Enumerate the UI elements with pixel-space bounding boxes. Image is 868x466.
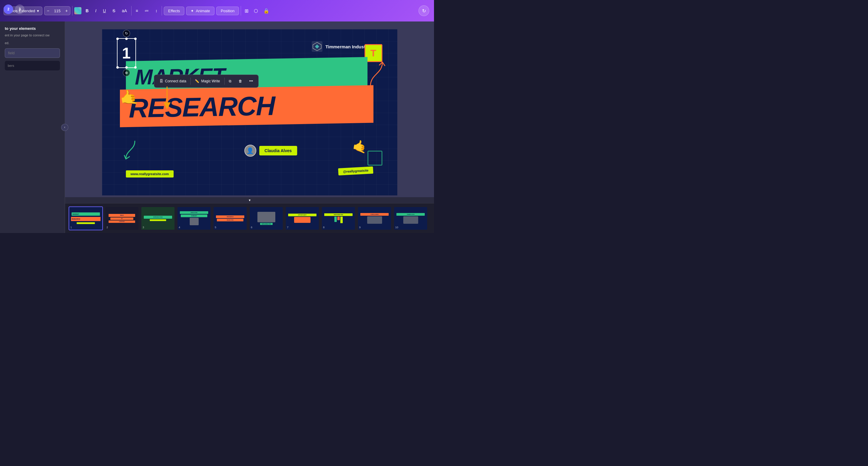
slide-num-4: 4 xyxy=(179,226,180,229)
company-logo-icon xyxy=(312,41,322,52)
company-header: Timmerman Industries xyxy=(312,41,373,52)
selected-number-element[interactable]: ↻ ⊕ 1 xyxy=(117,38,136,68)
arrow-green-icon xyxy=(123,138,138,165)
chevron-down-icon: ▾ xyxy=(249,198,251,202)
step-1[interactable]: 2 xyxy=(4,4,13,14)
sidebar-toggle[interactable]: ‹ xyxy=(61,124,68,131)
url-badge-left: www.reallygreatsite.com xyxy=(126,170,174,178)
move-handle[interactable]: ⊕ xyxy=(123,69,130,76)
sidebar: to your elements ent in your page to con… xyxy=(0,22,65,233)
arrow-orange-icon xyxy=(368,59,385,93)
sidebar-dark-box-text: bers xyxy=(8,64,57,67)
italic-btn[interactable]: I xyxy=(93,6,99,15)
increase-font-btn[interactable]: + xyxy=(63,6,70,15)
trash-icon: 🗑 xyxy=(239,79,242,83)
lock-icon[interactable]: 🔒 xyxy=(261,6,271,15)
sidebar-input[interactable] xyxy=(5,48,60,58)
more-btn[interactable]: ••• xyxy=(246,77,256,85)
animate-btn[interactable]: ✦ Animate xyxy=(186,6,214,15)
slide-content: Timmerman Industries T 📌 MARKET RESEARCH… xyxy=(102,29,397,195)
toolbar: 2 3 Helios Extended ▾ − 115 + B I U S aA… xyxy=(0,0,434,22)
divider-3 xyxy=(162,6,162,15)
canvas-area: Timmerman Industries T 📌 MARKET RESEARCH… xyxy=(65,22,434,203)
magic-write-btn[interactable]: ✏️ Magic Write xyxy=(192,77,223,85)
toolbar-left: Helios Extended ▾ − 115 + B I U S aA ≡ ≔… xyxy=(4,6,430,15)
slide-thumb-7[interactable]: OPPORTUNITY 7 xyxy=(285,207,319,230)
refresh-btn[interactable]: ↻ xyxy=(418,5,429,16)
list-btn[interactable]: ≔ xyxy=(142,6,151,15)
slide-thumb-6[interactable]: DATA ANALYSIS 6 xyxy=(249,207,283,230)
slide-num-8: 8 xyxy=(323,226,324,229)
align-btn[interactable]: ≡ xyxy=(133,6,141,15)
handle-tm[interactable] xyxy=(125,38,128,40)
hand-right-icon: 🤙 xyxy=(351,138,368,155)
slide-canvas: Timmerman Industries T 📌 MARKET RESEARCH… xyxy=(102,29,397,195)
sidebar-desc: ent in your page to connect ow xyxy=(5,33,60,38)
chevron-down-icon: ▾ xyxy=(37,9,39,13)
font-size-control: − 115 + xyxy=(44,6,70,15)
grid-icon[interactable]: ⊞ xyxy=(243,6,250,15)
slide-thumb-2[interactable]: TABLE OF CONTENT 2 xyxy=(105,207,139,230)
filmstrip: MARKET RESEARCH 1 TABLE OF CONTENT 2 xyxy=(65,203,434,233)
magic-write-icon: ✏️ xyxy=(195,79,199,83)
slide-thumb-4[interactable]: EXECUTIVE SUMMARY 4 xyxy=(177,207,211,230)
handle-br[interactable] xyxy=(134,66,136,69)
color-picker[interactable] xyxy=(74,7,82,14)
rotate-handle[interactable]: ↻ xyxy=(123,30,130,37)
position-btn[interactable]: Position xyxy=(216,6,239,15)
crop-box-icon xyxy=(368,151,382,165)
step-2[interactable]: 3 xyxy=(15,4,25,14)
research-banner[interactable]: RESEARCH xyxy=(120,85,373,127)
slide-num-1: 1 xyxy=(70,226,72,229)
ctx-divider-1 xyxy=(190,77,191,85)
handle-bl[interactable] xyxy=(116,66,119,69)
handle-tl[interactable] xyxy=(116,38,119,40)
slide-thumb-3[interactable]: INTRODUCTION 3 xyxy=(141,207,175,230)
collapse-arrow[interactable]: ▾ xyxy=(65,197,434,203)
slide-thumb-9[interactable]: CONCLUSION 9 xyxy=(357,207,392,230)
divider-4 xyxy=(241,6,241,15)
hand-left-icon: 🤙 xyxy=(118,87,140,108)
magic-write-label: Magic Write xyxy=(201,79,220,83)
case-btn[interactable]: aA xyxy=(120,6,129,15)
slide-thumb-5[interactable]: RESEARCH OBJECTIVE 5 xyxy=(213,207,247,230)
bold-btn[interactable]: B xyxy=(83,6,91,15)
animate-icon: ✦ xyxy=(191,9,194,13)
slide-num-3: 3 xyxy=(143,226,144,229)
author-avatar: 👤 xyxy=(244,145,256,157)
slide-num-7: 7 xyxy=(287,226,288,229)
animate-label: Animate xyxy=(196,9,210,13)
sidebar-dark-box: bers xyxy=(5,61,60,70)
line-height-btn[interactable]: ↕ xyxy=(153,6,160,15)
slide-thumb-1[interactable]: MARKET RESEARCH 1 xyxy=(69,207,103,230)
copy-btn[interactable]: ⧉ xyxy=(226,77,235,85)
connect-data-btn[interactable]: 🗄 Connect data xyxy=(157,77,189,85)
ctx-divider-2 xyxy=(224,77,225,85)
slide-num-5: 5 xyxy=(215,226,216,229)
author-name-badge: Claudia Alves xyxy=(259,146,297,155)
delete-btn[interactable]: 🗑 xyxy=(236,77,245,85)
slide-num-2: 2 xyxy=(106,226,108,229)
handle-bm[interactable] xyxy=(125,66,128,69)
slide-thumb-10[interactable]: THANK SO M 10 xyxy=(394,207,428,230)
connect-data-label: Connect data xyxy=(165,79,186,83)
slide-thumb-8[interactable]: DATA ANALYSIS 8 xyxy=(321,207,355,230)
slide-num-10: 10 xyxy=(395,226,398,229)
effects-btn[interactable]: Effects xyxy=(164,6,185,15)
underline-btn[interactable]: U xyxy=(100,6,108,15)
slide-num-6: 6 xyxy=(251,226,252,229)
strikethrough-btn[interactable]: S xyxy=(110,6,118,15)
context-menu: 🗄 Connect data ✏️ Magic Write ⧉ 🗑 ••• xyxy=(154,74,258,88)
font-size-value[interactable]: 115 xyxy=(52,9,63,13)
number-display: 1 xyxy=(122,44,131,62)
divider-2 xyxy=(131,6,131,15)
frame-icon[interactable]: ⬡ xyxy=(252,6,260,15)
copy-icon: ⧉ xyxy=(229,79,231,83)
context-arrow xyxy=(164,87,182,112)
decrease-font-btn[interactable]: − xyxy=(44,6,52,15)
thumb-1-content: MARKET RESEARCH xyxy=(69,207,102,230)
sidebar-title: to your elements xyxy=(5,26,60,31)
slide-num-9: 9 xyxy=(359,226,361,229)
author-badge: 👤 Claudia Alves xyxy=(244,145,297,157)
handle-tr[interactable] xyxy=(134,38,136,40)
